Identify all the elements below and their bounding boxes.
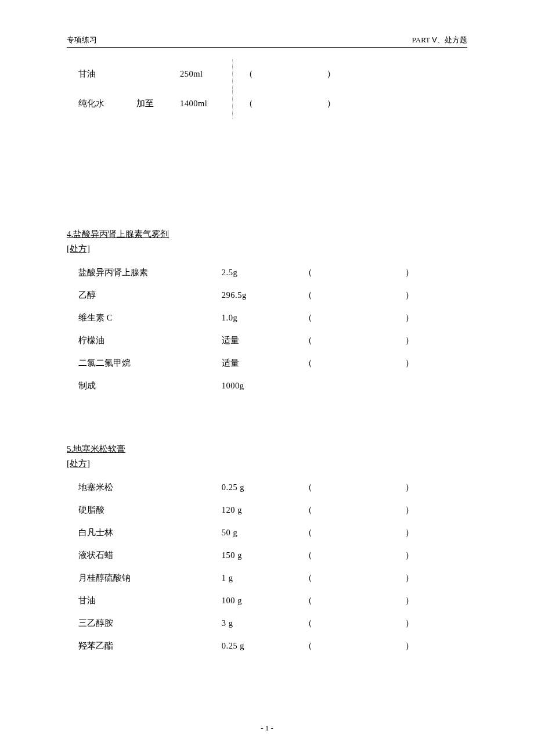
page-header: 专项练习 PART Ⅴ、处方题 [67, 35, 467, 48]
ingredient-name: 白凡士林 [78, 521, 222, 544]
ingredient-name: 甘油 [78, 59, 136, 89]
table-row: 纯化水 加至 1400ml （ ） [78, 89, 467, 118]
ingredient-name: 二氯二氟甲烷 [78, 352, 222, 375]
paren-open: （ [244, 99, 253, 108]
prescription-table-5: 地塞米松 0.25 g （） 硬脂酸 120 g （） 白凡士林 50 g （）… [78, 476, 467, 657]
answer-blank: （） [304, 261, 467, 284]
answer-blank: （ ） [232, 59, 467, 89]
ingredient-mid [136, 59, 180, 89]
answer-blank: （） [304, 329, 467, 352]
answer-blank: （） [304, 307, 467, 329]
answer-blank: （） [304, 476, 467, 499]
ingredient-name: 月桂醇硫酸钠 [78, 567, 222, 589]
ingredient-name: 盐酸异丙肾上腺素 [78, 261, 222, 284]
top-prescription-fragment: 甘油 250ml （ ） 纯化水 加至 1400ml （ ） [78, 59, 467, 118]
table-row: 液状石蜡 150 g （） [78, 544, 467, 567]
paren-close: ） [327, 99, 335, 108]
ingredient-qty: 1 g [222, 567, 304, 589]
ingredient-name: 液状石蜡 [78, 544, 222, 567]
answer-blank: （） [304, 567, 467, 589]
ingredient-qty: 1000g [222, 375, 304, 397]
table-row: 三乙醇胺 3 g （） [78, 612, 467, 635]
table-row: 制成 1000g [78, 375, 467, 397]
table-row: 羟苯乙酯 0.25 g （） [78, 635, 467, 657]
answer-blank: （） [304, 635, 467, 657]
ingredient-qty: 100 g [222, 589, 304, 612]
ingredient-name: 羟苯乙酯 [78, 635, 222, 657]
header-right: PART Ⅴ、处方题 [412, 35, 467, 45]
ingredient-name: 地塞米松 [78, 476, 222, 499]
table-row: 维生素 C 1.0g （） [78, 307, 467, 329]
section-title-5: 5.地塞米松软膏 [67, 444, 467, 455]
ingredient-name: 甘油 [78, 589, 222, 612]
ingredient-qty: 150 g [222, 544, 304, 567]
answer-blank: （） [304, 352, 467, 375]
ingredient-qty: 0.25 g [222, 635, 304, 657]
ingredient-qty: 2.5g [222, 261, 304, 284]
answer-blank: （） [304, 284, 467, 307]
answer-blank: （） [304, 521, 467, 544]
ingredient-name: 三乙醇胺 [78, 612, 222, 635]
ingredient-qty: 适量 [222, 329, 304, 352]
ingredient-mid: 加至 [136, 89, 180, 118]
table-row: 月桂醇硫酸钠 1 g （） [78, 567, 467, 589]
paren-close: ） [327, 69, 335, 78]
ingredient-qty: 3 g [222, 612, 304, 635]
table-row: 白凡士林 50 g （） [78, 521, 467, 544]
table-row: 地塞米松 0.25 g （） [78, 476, 467, 499]
section-subtitle-5: [处方] [67, 458, 467, 469]
answer-blank: （） [304, 544, 467, 567]
ingredient-qty: 296.5g [222, 284, 304, 307]
table-row: 盐酸异丙肾上腺素 2.5g （） [78, 261, 467, 284]
ingredient-qty: 1.0g [222, 307, 304, 329]
ingredient-name: 硬脂酸 [78, 499, 222, 521]
answer-blank: （ ） [232, 89, 467, 118]
answer-blank: （） [304, 589, 467, 612]
header-left: 专项练习 [67, 35, 97, 45]
table-row: 甘油 250ml （ ） [78, 59, 467, 89]
section-subtitle-4: [处方] [67, 243, 467, 254]
answer-blank: （） [304, 499, 467, 521]
ingredient-qty: 0.25 g [222, 476, 304, 499]
prescription-table-4: 盐酸异丙肾上腺素 2.5g （） 乙醇 296.5g （） 维生素 C 1.0g… [78, 261, 467, 397]
page-number: - 1 - [0, 723, 534, 733]
table-row: 甘油 100 g （） [78, 589, 467, 612]
ingredient-name: 纯化水 [78, 89, 136, 118]
paren-open: （ [244, 69, 253, 78]
ingredient-name: 乙醇 [78, 284, 222, 307]
table-row: 二氯二氟甲烷 适量 （） [78, 352, 467, 375]
section-title-4: 4.盐酸异丙肾上腺素气雾剂 [67, 229, 467, 240]
ingredient-qty: 250ml [180, 59, 232, 89]
table-row: 柠檬油 适量 （） [78, 329, 467, 352]
answer-blank [304, 375, 467, 397]
ingredient-name: 制成 [78, 375, 222, 397]
table-row: 硬脂酸 120 g （） [78, 499, 467, 521]
ingredient-qty: 1400ml [180, 89, 232, 118]
ingredient-qty: 适量 [222, 352, 304, 375]
table-row: 乙醇 296.5g （） [78, 284, 467, 307]
answer-blank: （） [304, 612, 467, 635]
ingredient-name: 维生素 C [78, 307, 222, 329]
ingredient-qty: 120 g [222, 499, 304, 521]
ingredient-name: 柠檬油 [78, 329, 222, 352]
ingredient-qty: 50 g [222, 521, 304, 544]
